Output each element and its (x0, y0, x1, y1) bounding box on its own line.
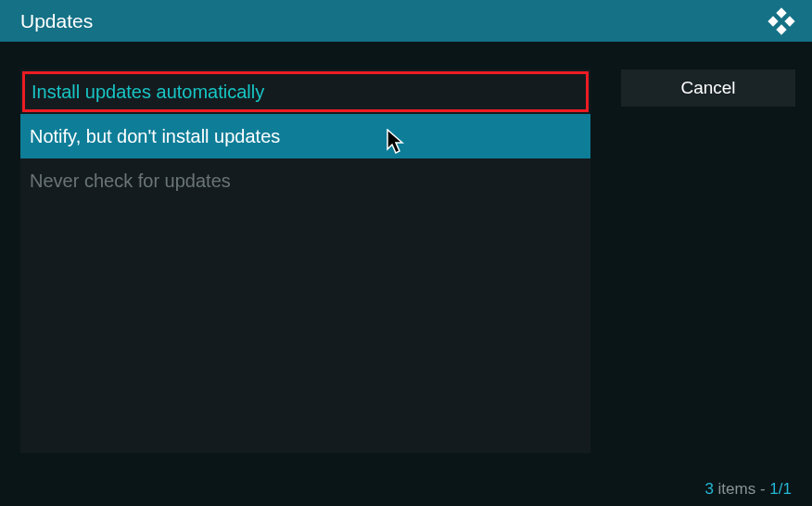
option-label: Never check for updates (30, 171, 231, 192)
option-label: Notify, but don't install updates (30, 126, 280, 147)
option-label: Install updates automatically (32, 82, 264, 103)
cancel-button-label: Cancel (680, 78, 735, 98)
page-indicator: 1/1 (769, 480, 792, 498)
option-notify-only[interactable]: Notify, but don't install updates (20, 114, 590, 158)
options-list: Install updates automatically Notify, bu… (20, 70, 590, 453)
option-never-check[interactable]: Never check for updates (20, 158, 590, 203)
svg-rect-1 (768, 16, 778, 26)
cancel-button[interactable]: Cancel (621, 70, 795, 107)
footer-status: 3 items - 1/1 (704, 480, 792, 499)
items-label: items (718, 480, 756, 498)
kodi-logo-icon (768, 7, 795, 35)
svg-rect-2 (784, 16, 794, 26)
separator: - (760, 480, 766, 498)
dialog-title: Updates (20, 10, 93, 32)
svg-rect-3 (776, 24, 786, 34)
item-count: 3 (704, 480, 713, 498)
option-install-automatically[interactable]: Install updates automatically (22, 71, 589, 112)
main-content: Install updates automatically Notify, bu… (0, 42, 812, 453)
dialog-header: Updates (0, 0, 812, 42)
svg-rect-0 (776, 7, 786, 18)
